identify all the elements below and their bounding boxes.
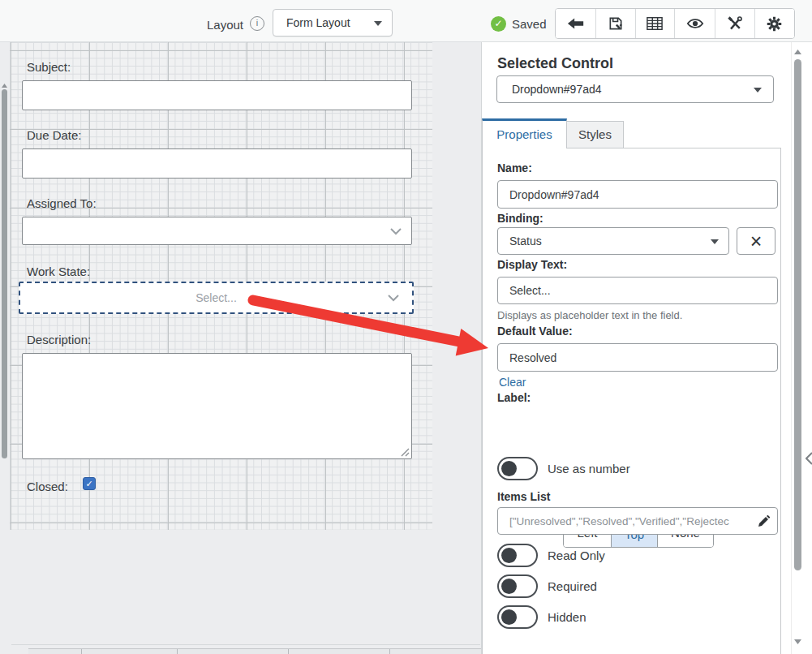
form-canvas: Subject: Due Date: Assigned To: Work Sta…: [0, 42, 481, 654]
toggle-knob: [501, 609, 517, 625]
save-button[interactable]: [596, 9, 635, 38]
properties-content: Name: Dropdown#97ad4 Binding: Status × D…: [482, 148, 781, 654]
required-label: Required: [548, 579, 597, 593]
save-icon: [608, 15, 624, 32]
default-value-label: Default Value:: [497, 325, 573, 338]
table-icon: [647, 16, 663, 31]
items-list-label: Items List: [497, 490, 550, 503]
field-label-subject: Subject:: [27, 60, 71, 74]
layout-label: Layout: [207, 18, 243, 32]
scroll-down-icon[interactable]: [794, 639, 801, 644]
scroll-up-icon[interactable]: [2, 84, 7, 88]
name-input[interactable]: Dropdown#97ad4: [497, 180, 778, 209]
read-only-toggle-off[interactable]: [497, 544, 538, 567]
settings-button[interactable]: [755, 9, 794, 38]
required-toggle-off[interactable]: [497, 574, 538, 598]
hidden-toggle-off[interactable]: [497, 605, 538, 629]
canvas-scrollbar[interactable]: [1, 85, 8, 654]
table-button[interactable]: [636, 9, 675, 38]
closed-checkbox-checked[interactable]: ✓: [83, 477, 96, 490]
caret-down-icon: [754, 87, 762, 93]
layout-mode-select[interactable]: Form Layout: [273, 9, 393, 37]
name-label: Name:: [497, 161, 532, 174]
binding-clear-button[interactable]: ×: [737, 227, 775, 255]
gear-icon: [766, 15, 783, 32]
clear-link[interactable]: Clear: [499, 376, 526, 389]
panel-scrollbar[interactable]: [791, 42, 802, 654]
preview-button[interactable]: [675, 9, 715, 38]
caret-down-icon: [374, 20, 382, 26]
binding-select[interactable]: Status: [497, 227, 729, 255]
tools-button[interactable]: [715, 9, 754, 38]
resize-handle[interactable]: [401, 448, 410, 457]
selected-control-value: Dropdown#97ad4: [512, 83, 602, 96]
default-value: Resolved: [509, 351, 556, 364]
hidden-label: Hidden: [548, 610, 586, 624]
read-only-label: Read Only: [548, 549, 605, 562]
caret-down-icon: [711, 239, 719, 244]
items-list-value: ["Unresolved","Resolved","Verified","Rej…: [509, 515, 729, 527]
work-state-placeholder: Select...: [195, 291, 237, 304]
display-text-value: Select...: [509, 284, 551, 297]
tools-icon: [727, 15, 743, 32]
field-label-closed: Closed:: [27, 480, 68, 493]
info-icon[interactable]: i: [250, 16, 264, 31]
binding-value: Status: [509, 234, 542, 247]
use-as-number-label: Use as number: [548, 462, 630, 475]
layout-select-value: Form Layout: [286, 16, 350, 29]
toggle-knob: [501, 548, 517, 563]
top-toolbar: Layout i Form Layout ✓ Saved: [0, 0, 812, 42]
chevron-down-icon: [388, 295, 399, 302]
use-as-number-toggle-off[interactable]: [497, 457, 538, 480]
binding-label: Binding:: [497, 212, 543, 225]
field-label-due-date: Due Date:: [27, 128, 82, 142]
due-date-input[interactable]: [22, 148, 412, 179]
subject-input[interactable]: [22, 80, 412, 110]
saved-status: Saved: [512, 17, 547, 31]
toggle-knob: [501, 461, 517, 476]
display-text-input[interactable]: Select...: [497, 277, 778, 304]
tab-properties-active[interactable]: Properties: [482, 118, 567, 148]
assigned-to-select[interactable]: [22, 217, 412, 245]
items-list-input[interactable]: ["Unresolved","Resolved","Verified","Rej…: [497, 507, 778, 535]
panel-scrollbar-thumb[interactable]: [794, 59, 801, 570]
eye-icon: [686, 17, 704, 30]
display-text-label: Display Text:: [497, 258, 567, 271]
back-button[interactable]: [556, 9, 596, 38]
default-value-input[interactable]: Resolved: [497, 343, 778, 372]
field-label-work-state: Work State:: [27, 265, 90, 278]
label-position-label: Label:: [497, 391, 531, 404]
properties-panel: Selected Control Dropdown#97ad4 Properti…: [481, 42, 812, 654]
name-value: Dropdown#97ad4: [509, 188, 599, 201]
selected-control-dropdown[interactable]: Dropdown#97ad4: [496, 75, 774, 103]
work-state-select-selected[interactable]: Select...: [19, 282, 414, 314]
scroll-up-icon[interactable]: [794, 49, 801, 54]
back-arrow-icon: [567, 16, 585, 31]
edit-pencil-icon[interactable]: [757, 514, 771, 528]
display-text-help: Displays as placeholder text in the fiel…: [497, 309, 682, 321]
canvas-scrollbar-thumb[interactable]: [2, 89, 7, 458]
toolbar-button-group: [555, 8, 795, 39]
chevron-down-icon: [390, 228, 402, 235]
saved-check-icon: ✓: [491, 16, 506, 32]
field-label-assigned-to: Assigned To:: [27, 196, 97, 210]
panel-collapse-icon[interactable]: [806, 452, 812, 465]
field-label-description: Description:: [27, 333, 91, 346]
description-textarea[interactable]: [22, 353, 412, 459]
panel-title: Selected Control: [497, 55, 613, 72]
toggle-knob: [501, 579, 517, 594]
tab-styles[interactable]: Styles: [567, 121, 624, 148]
